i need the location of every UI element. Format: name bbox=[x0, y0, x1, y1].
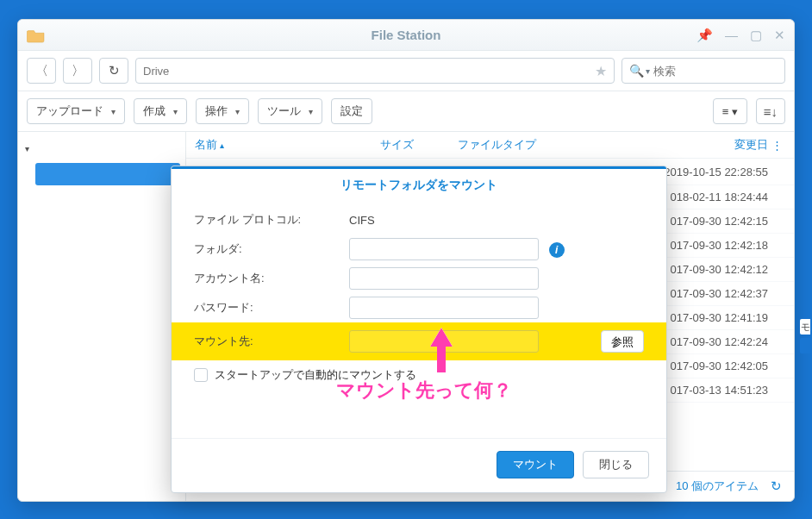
col-size[interactable]: サイズ bbox=[380, 137, 458, 153]
protocol-value: CIFS bbox=[349, 214, 592, 227]
tool-button[interactable]: ツール bbox=[258, 98, 322, 124]
sidebar-item[interactable] bbox=[35, 318, 180, 341]
view-mode-button[interactable]: ≡ ▾ bbox=[713, 98, 747, 124]
navigation-toolbar: 〈 〉 ↻ Drive ★ 🔍 ▾ bbox=[18, 51, 794, 91]
action-toolbar: アップロード 作成 操作 ツール 設定 ≡ ▾ ≡↓ bbox=[18, 91, 794, 132]
upload-button[interactable]: アップロード bbox=[27, 98, 125, 124]
auto-mount-checkbox[interactable] bbox=[194, 368, 208, 382]
highlighted-mount-field: マウント先: 参照 bbox=[172, 322, 666, 360]
sidebar-item[interactable] bbox=[35, 370, 180, 392]
col-name[interactable]: 名前 bbox=[195, 137, 380, 153]
sidebar-item[interactable] bbox=[35, 189, 180, 211]
col-modified[interactable]: 変更日 bbox=[596, 137, 768, 153]
close-button[interactable]: 閉じる bbox=[583, 451, 649, 478]
field-password: パスワード: bbox=[194, 293, 644, 322]
search-caret-icon[interactable]: ▾ bbox=[646, 66, 650, 76]
mount-remote-folder-dialog: リモートフォルダをマウント ファイル プロトコル: CIFS フォルダ: i ア… bbox=[171, 166, 667, 493]
password-input[interactable] bbox=[349, 297, 539, 319]
sidebar-item[interactable] bbox=[35, 241, 180, 263]
protocol-label: ファイル プロトコル: bbox=[194, 212, 340, 228]
search-icon: 🔍 bbox=[629, 64, 644, 78]
minimize-icon[interactable]: — bbox=[725, 28, 738, 41]
tree-root[interactable]: ▾ bbox=[23, 137, 180, 159]
pin-icon[interactable]: 📌 bbox=[696, 28, 713, 41]
chevron-down-icon[interactable]: ▾ bbox=[25, 144, 29, 153]
nav-forward-button[interactable]: 〉 bbox=[63, 58, 92, 84]
footer-refresh-icon[interactable]: ↻ bbox=[771, 478, 782, 494]
close-icon[interactable]: ✕ bbox=[774, 28, 785, 41]
info-icon[interactable]: i bbox=[549, 242, 565, 258]
tree-root-label bbox=[34, 141, 51, 156]
sidebar-item[interactable] bbox=[35, 292, 180, 315]
settings-button[interactable]: 設定 bbox=[331, 98, 372, 124]
maximize-icon[interactable]: ▢ bbox=[750, 28, 762, 41]
folder-label: フォルダ: bbox=[194, 241, 340, 257]
annotation-arrow-icon bbox=[427, 324, 456, 376]
window-controls: 📌 — ▢ ✕ bbox=[696, 28, 785, 41]
create-button[interactable]: 作成 bbox=[134, 98, 187, 124]
browse-button[interactable]: 参照 bbox=[601, 330, 644, 353]
favorite-star-icon[interactable]: ★ bbox=[595, 63, 607, 79]
edge-decoration: モ bbox=[800, 319, 810, 357]
app-folder-icon bbox=[27, 28, 46, 43]
mount-button[interactable]: マウント bbox=[497, 451, 574, 478]
field-folder: フォルダ: i bbox=[194, 234, 644, 264]
field-account: アカウント名: bbox=[194, 264, 644, 293]
sidebar-item[interactable] bbox=[35, 344, 180, 366]
dialog-title: リモートフォルダをマウント bbox=[172, 169, 666, 197]
action-button[interactable]: 操作 bbox=[196, 98, 249, 124]
path-input[interactable]: Drive ★ bbox=[135, 58, 615, 84]
account-label: アカウント名: bbox=[194, 271, 340, 286]
account-input[interactable] bbox=[349, 267, 539, 290]
titlebar: File Station 📌 — ▢ ✕ bbox=[18, 20, 794, 51]
sidebar-item[interactable] bbox=[35, 266, 180, 289]
window-title: File Station bbox=[18, 28, 794, 42]
path-text: Drive bbox=[143, 65, 169, 78]
search-box[interactable]: 🔍 ▾ bbox=[621, 58, 785, 84]
sidebar-item-selected[interactable] bbox=[35, 163, 180, 185]
sidebar-item[interactable] bbox=[35, 215, 180, 237]
search-input[interactable] bbox=[653, 65, 778, 78]
column-headers: 名前 サイズ ファイルタイプ 変更日 ⋮ bbox=[186, 132, 794, 159]
nav-back-button[interactable]: 〈 bbox=[27, 58, 56, 84]
sort-button[interactable]: ≡↓ bbox=[756, 98, 785, 124]
col-menu-icon[interactable]: ⋮ bbox=[768, 139, 785, 152]
mount-to-label: マウント先: bbox=[194, 334, 340, 349]
nav-refresh-button[interactable]: ↻ bbox=[99, 58, 128, 84]
folder-input[interactable] bbox=[349, 238, 539, 260]
col-type[interactable]: ファイルタイプ bbox=[458, 137, 596, 153]
password-label: パスワード: bbox=[194, 300, 340, 316]
annotation-text: マウント先って何？ bbox=[336, 378, 512, 403]
field-protocol: ファイル プロトコル: CIFS bbox=[194, 205, 644, 234]
dialog-footer: マウント 閉じる bbox=[172, 438, 666, 492]
sidebar: ▾ bbox=[18, 132, 186, 501]
item-count-label: 10 個のアイテム bbox=[676, 478, 759, 494]
